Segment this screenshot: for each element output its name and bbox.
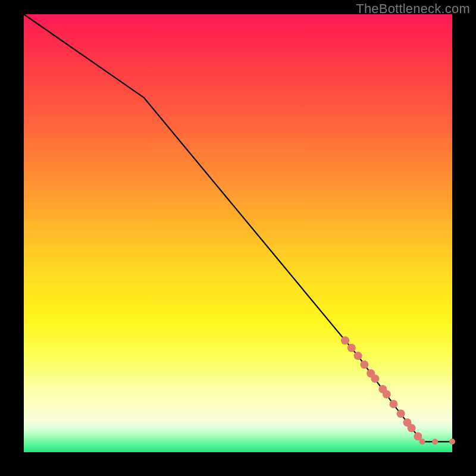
chart-marker <box>383 390 391 399</box>
chart-marker <box>449 439 455 444</box>
chart-marker <box>389 400 397 408</box>
chart-marker <box>341 336 349 345</box>
chart-marker <box>347 344 356 352</box>
chart-marker <box>371 374 379 383</box>
plot-area <box>24 14 452 452</box>
chart-frame: TheBottleneck.com <box>0 0 476 476</box>
chart-marker <box>397 409 405 418</box>
chart-marker <box>419 439 425 444</box>
chart-marker <box>408 424 416 433</box>
chart-marker <box>360 361 368 369</box>
chart-line <box>24 14 452 441</box>
chart-marker <box>432 439 438 444</box>
chart-svg <box>24 14 452 452</box>
chart-markers <box>341 336 455 444</box>
chart-marker <box>354 352 362 360</box>
